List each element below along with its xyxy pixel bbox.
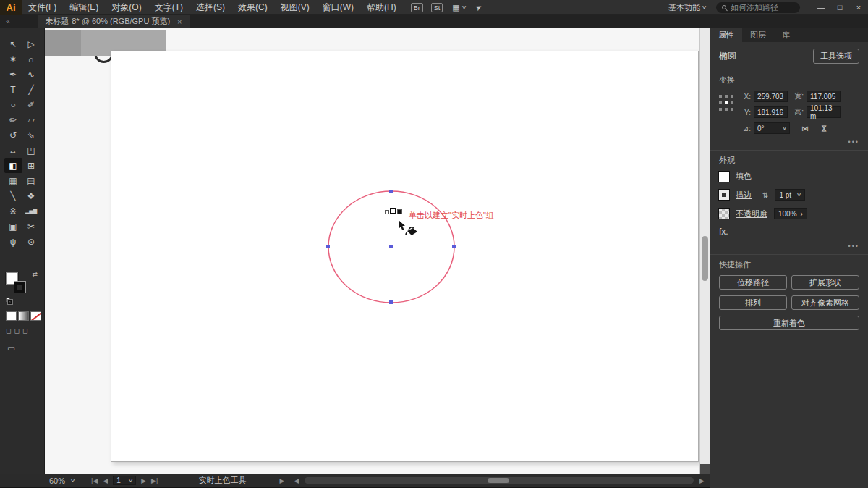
- rotation-select[interactable]: 0° ∨: [754, 122, 790, 134]
- share-button[interactable]: ➤: [475, 3, 482, 12]
- scroll-right-icon[interactable]: ▶: [279, 477, 284, 484]
- first-artboard-button[interactable]: |◀: [91, 477, 98, 484]
- anchor-point-left[interactable]: [326, 245, 330, 248]
- menu-item-select[interactable]: 选择(S): [190, 1, 231, 14]
- search-input[interactable]: 如何添加路径: [716, 2, 800, 13]
- horizontal-scrollbar[interactable]: [305, 477, 694, 484]
- stroke-color-swatch[interactable]: [14, 282, 25, 293]
- blend-tool[interactable]: ❖: [22, 188, 41, 203]
- artboard-tool[interactable]: ▣: [4, 219, 22, 234]
- menu-item-window[interactable]: 窗口(W): [316, 1, 360, 14]
- previous-artboard-button[interactable]: ◀: [103, 477, 108, 484]
- tab-libraries[interactable]: 库: [774, 28, 798, 42]
- perspective-grid-tool[interactable]: ⊞: [22, 158, 41, 173]
- y-input[interactable]: 181.916: [754, 106, 788, 118]
- eyedropper-tool[interactable]: ╲: [4, 188, 22, 203]
- flip-horizontal-button[interactable]: ⋈: [801, 125, 809, 132]
- menu-item-view[interactable]: 视图(V): [274, 1, 316, 14]
- last-artboard-button[interactable]: ▶|: [151, 477, 158, 484]
- menu-item-edit[interactable]: 编辑(E): [63, 1, 105, 14]
- anchor-point-bottom[interactable]: [389, 300, 393, 304]
- horizontal-scrollbar-thumb[interactable]: [488, 478, 509, 483]
- default-fill-stroke-icon[interactable]: [6, 298, 12, 304]
- opacity-panel-link[interactable]: 不透明度: [736, 209, 767, 219]
- tab-properties[interactable]: 属性: [710, 28, 742, 42]
- arrange-button[interactable]: 排列: [719, 295, 787, 310]
- artboard-number-select[interactable]: 1 ∨: [113, 476, 136, 485]
- document-tab[interactable]: 未标题-8* @ 60% (RGB/GPU 预览) ×: [38, 15, 190, 28]
- close-tab-icon[interactable]: ×: [177, 17, 182, 26]
- none-button[interactable]: [30, 311, 41, 321]
- draw-behind-mode-icon[interactable]: ◻: [14, 327, 19, 335]
- menu-item-help[interactable]: 帮助(H): [360, 1, 403, 14]
- stock-button[interactable]: St: [431, 3, 443, 12]
- screen-mode-button[interactable]: ▭: [7, 343, 15, 353]
- selection-tool[interactable]: ↖: [4, 36, 22, 51]
- illustrator-logo[interactable]: Ai: [0, 0, 22, 15]
- pen-tool[interactable]: ✒: [4, 67, 22, 82]
- workspace-switcher[interactable]: 基本功能 ∨: [668, 2, 706, 13]
- live-paint-bucket-tool[interactable]: ◧: [4, 158, 22, 173]
- line-segment-tool[interactable]: ╱: [22, 82, 41, 97]
- transform-more-options[interactable]: •••: [719, 138, 859, 146]
- ellipse-tool[interactable]: ○: [4, 97, 22, 112]
- stroke-color-swatch[interactable]: [719, 190, 729, 200]
- center-point[interactable]: [389, 245, 393, 248]
- fill-color-swatch[interactable]: [719, 172, 729, 182]
- next-artboard-button[interactable]: ▶: [141, 477, 146, 484]
- gradient-button[interactable]: [18, 311, 29, 321]
- anchor-point-top[interactable]: [389, 190, 393, 193]
- width-input[interactable]: 117.005: [807, 91, 841, 102]
- eraser-tool[interactable]: ▱: [22, 112, 41, 127]
- shaper-tool[interactable]: ✏: [4, 112, 22, 127]
- direct-selection-tool[interactable]: ▷: [22, 36, 41, 51]
- stroke-weight-select[interactable]: 1 pt ∨: [775, 189, 805, 201]
- scroll-left-icon[interactable]: ◀: [294, 477, 299, 484]
- vertical-scrollbar-thumb[interactable]: [702, 236, 708, 281]
- gradient-tool[interactable]: ▤: [22, 173, 41, 188]
- slice-tool[interactable]: ✂: [22, 219, 41, 234]
- draw-normal-mode-icon[interactable]: ◻: [6, 327, 11, 335]
- type-tool[interactable]: T: [4, 82, 22, 97]
- close-window-button[interactable]: ×: [849, 3, 868, 12]
- menu-item-object[interactable]: 对象(O): [105, 1, 148, 14]
- opacity-select[interactable]: 100% ›: [774, 208, 807, 219]
- collapse-panel-icon[interactable]: «: [6, 17, 9, 25]
- bridge-button[interactable]: Br: [411, 3, 423, 12]
- x-input[interactable]: 259.703: [754, 91, 788, 102]
- opacity-icon[interactable]: [719, 209, 729, 219]
- reference-point-locator[interactable]: [719, 95, 734, 138]
- hand-tool[interactable]: ψ: [4, 234, 22, 249]
- stroke-weight-stepper[interactable]: ⇅: [762, 191, 768, 199]
- draw-inside-mode-icon[interactable]: ◻: [22, 327, 27, 335]
- free-transform-tool[interactable]: ◰: [22, 143, 41, 158]
- tab-layers[interactable]: 图层: [742, 28, 774, 42]
- magic-wand-tool[interactable]: ✶: [4, 51, 22, 67]
- minimize-button[interactable]: —: [812, 3, 830, 12]
- rotate-tool[interactable]: ↺: [4, 127, 22, 143]
- constrain-proportions-icon[interactable]: ∞: [838, 117, 868, 122]
- height-input[interactable]: 101.13 m: [807, 106, 841, 118]
- stroke-panel-link[interactable]: 描边: [736, 190, 752, 201]
- align-to-pixel-grid-button[interactable]: 对齐像素网格: [791, 295, 859, 310]
- arrange-documents-button[interactable]: ▦ ∨: [452, 3, 466, 12]
- recolor-button[interactable]: 重新着色: [719, 316, 859, 330]
- expand-shape-button[interactable]: 扩展形状: [791, 275, 859, 290]
- menu-item-type[interactable]: 文字(T): [148, 1, 190, 14]
- vertical-scrollbar[interactable]: [699, 28, 710, 474]
- zoom-level-select[interactable]: 60% ∨: [49, 476, 91, 485]
- tool-options-button[interactable]: 工具选项: [813, 49, 859, 64]
- scroll-right-icon[interactable]: ▶: [699, 477, 705, 484]
- symbol-sprayer-tool[interactable]: ※: [4, 203, 22, 219]
- swap-fill-stroke-icon[interactable]: ⇄: [32, 271, 38, 278]
- mesh-tool[interactable]: ▦: [4, 173, 22, 188]
- appearance-more-options[interactable]: •••: [719, 243, 859, 250]
- width-tool[interactable]: ↔: [4, 143, 22, 158]
- offset-path-button[interactable]: 位移路径: [719, 275, 787, 290]
- maximize-button[interactable]: □: [830, 3, 849, 12]
- canvas-area[interactable]: 单击以建立"实时上色"组: [45, 28, 699, 474]
- paintbrush-tool[interactable]: ✐: [22, 97, 41, 112]
- flip-vertical-button[interactable]: ⋈: [820, 125, 828, 132]
- curvature-tool[interactable]: ∿: [22, 67, 41, 82]
- column-graph-tool[interactable]: ▂▅▇: [22, 203, 41, 219]
